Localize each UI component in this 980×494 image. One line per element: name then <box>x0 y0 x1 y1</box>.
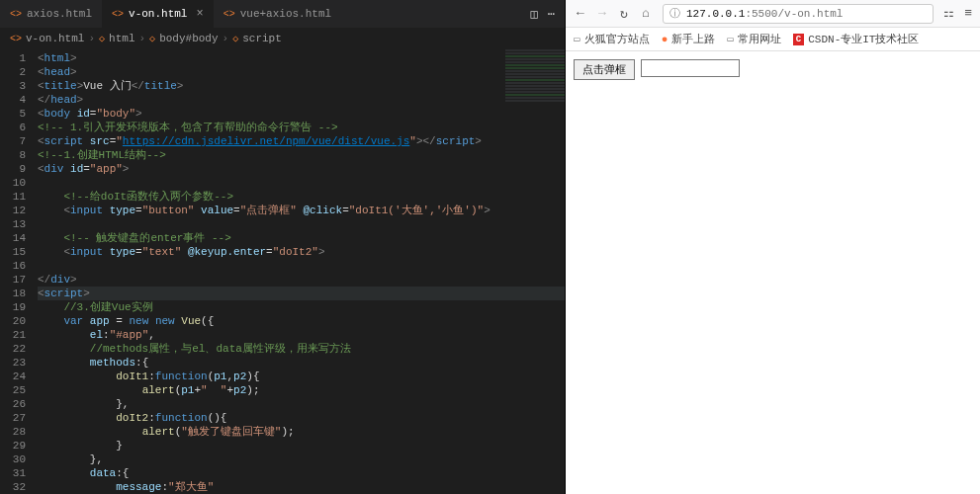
code-line[interactable]: <html> <box>38 51 565 65</box>
tab-bar: <>axios.html<>v-on.html×<>vue+axios.html… <box>0 0 565 28</box>
line-number: 6 <box>0 121 26 134</box>
html-file-icon: <> <box>10 9 22 20</box>
browser-pane: ← → ↻ ⌂ ⓘ 127.0.0.1:5500/v-on.html ⚏ ≡ ▭… <box>565 0 980 494</box>
code-line[interactable]: <body id="body"> <box>38 107 565 121</box>
line-number: 19 <box>0 300 26 314</box>
line-number: 29 <box>0 439 26 453</box>
csdn-icon: C <box>793 34 804 45</box>
bookmark-item[interactable]: ▭ 火狐官方站点 <box>574 32 650 46</box>
split-editor-icon[interactable]: ◫ <box>531 7 538 22</box>
line-number: 3 <box>0 79 26 93</box>
back-button[interactable]: ← <box>574 6 587 22</box>
chevron-right-icon: › <box>223 33 229 44</box>
code-line[interactable]: <!--给doIt函数传入两个参数--> <box>38 190 565 204</box>
editor-pane: <>axios.html<>v-on.html×<>vue+axios.html… <box>0 0 565 494</box>
code-line[interactable]: message:"郑大鱼" <box>38 480 565 494</box>
code-line[interactable]: doIt1:function(p1,p2){ <box>38 370 565 383</box>
editor-body[interactable]: 1234567891011121314151617181920212223242… <box>0 49 565 494</box>
extension-icon[interactable]: ⚏ <box>943 6 954 21</box>
chevron-right-icon: › <box>138 33 145 44</box>
code-line[interactable]: }, <box>38 453 565 466</box>
bookmark-item[interactable]: ● 新手上路 <box>662 32 716 46</box>
code-line[interactable]: <input type="text" @keyup.enter="doIt2"> <box>38 245 565 259</box>
code-line[interactable]: <script src="https://cdn.jsdelivr.net/np… <box>38 134 565 148</box>
breadcrumb-item[interactable]: body#body <box>159 33 218 44</box>
code-line[interactable]: <div id="app"> <box>38 162 565 176</box>
bookmark-item[interactable]: ▭ 常用网址 <box>727 32 781 46</box>
code-line[interactable]: }, <box>38 397 565 411</box>
line-number: 14 <box>0 231 26 245</box>
line-number: 22 <box>0 342 26 356</box>
code-area[interactable]: <html><head><title>Vue 入门</title></head>… <box>38 49 565 494</box>
code-line[interactable]: data:{ <box>38 466 565 480</box>
close-icon[interactable]: × <box>196 7 203 21</box>
nav-buttons: ← → ↻ ⌂ <box>574 6 653 22</box>
browser-toolbar: ← → ↻ ⌂ ⓘ 127.0.0.1:5500/v-on.html ⚏ ≡ <box>566 0 980 28</box>
code-line[interactable]: <input type="button" value="点击弹框" @click… <box>38 204 565 217</box>
breadcrumb-item[interactable]: v-on.html <box>26 33 84 44</box>
code-line[interactable]: alert("触发了键盘回车键"); <box>38 425 565 439</box>
line-number: 7 <box>0 134 26 148</box>
code-line[interactable]: <!--1.创建HTML结构--> <box>38 148 565 162</box>
tab-label: axios.html <box>27 8 92 20</box>
code-line[interactable] <box>38 259 565 273</box>
line-number: 9 <box>0 162 26 176</box>
code-line[interactable]: methods:{ <box>38 356 565 370</box>
code-line[interactable]: <head> <box>38 65 565 79</box>
tag-icon: ◇ <box>149 33 155 44</box>
line-numbers: 1234567891011121314151617181920212223242… <box>0 49 38 494</box>
line-number: 24 <box>0 370 26 383</box>
page-content: 点击弹框 <box>566 51 980 494</box>
breadcrumb[interactable]: <> v-on.html › ◇ html › ◇ body#body › ◇ … <box>0 28 565 49</box>
code-line[interactable] <box>38 217 565 231</box>
line-number: 4 <box>0 93 26 107</box>
code-line[interactable]: } <box>38 439 565 453</box>
line-number: 1 <box>0 51 26 65</box>
bookmark-label: CSDN-专业IT技术社区 <box>808 32 919 46</box>
code-line[interactable] <box>38 176 565 190</box>
home-button[interactable]: ⌂ <box>639 6 653 22</box>
code-line[interactable]: <script> <box>38 287 565 300</box>
url-bar[interactable]: ⓘ 127.0.0.1:5500/v-on.html <box>663 4 934 24</box>
line-number: 23 <box>0 356 26 370</box>
editor-tab[interactable]: <>axios.html <box>0 0 102 28</box>
line-number: 13 <box>0 217 26 231</box>
html-file-icon: <> <box>112 9 124 20</box>
text-input[interactable] <box>641 59 740 77</box>
minimap[interactable] <box>505 49 565 168</box>
editor-tab[interactable]: <>vue+axios.html <box>214 0 341 28</box>
chevron-right-icon: › <box>88 33 95 44</box>
code-line[interactable]: <!-- 触发键盘的enter事件 --> <box>38 231 565 245</box>
tag-icon: ◇ <box>232 33 238 44</box>
code-line[interactable]: alert(p1+" "+p2); <box>38 383 565 397</box>
bookmark-label: 火狐官方站点 <box>584 32 650 46</box>
editor-tab[interactable]: <>v-on.html× <box>102 0 214 28</box>
code-line[interactable]: //3.创建Vue实例 <box>38 300 565 314</box>
tab-label: vue+axios.html <box>240 8 331 20</box>
line-number: 20 <box>0 314 26 328</box>
menu-icon[interactable]: ≡ <box>964 6 972 21</box>
line-number: 12 <box>0 204 26 217</box>
code-line[interactable]: //methods属性，与el、data属性评级，用来写方法 <box>38 342 565 356</box>
more-actions-icon[interactable]: ⋯ <box>548 7 555 22</box>
line-number: 26 <box>0 397 26 411</box>
bookmark-item[interactable]: C CSDN-专业IT技术社区 <box>793 32 920 46</box>
reload-button[interactable]: ↻ <box>617 6 631 22</box>
code-line[interactable]: <title>Vue 入门</title> <box>38 79 565 93</box>
code-line[interactable]: </head> <box>38 93 565 107</box>
html-file-icon: <> <box>223 9 235 20</box>
code-line[interactable]: <!-- 1.引入开发环境版本，包含了有帮助的命令行警告 --> <box>38 121 565 134</box>
code-line[interactable]: </div> <box>38 273 565 287</box>
code-line[interactable]: doIt2:function(){ <box>38 411 565 425</box>
bookmark-label: 新手上路 <box>671 32 715 46</box>
breadcrumb-item[interactable]: html <box>109 33 134 44</box>
forward-button[interactable]: → <box>595 6 609 22</box>
code-line[interactable]: var app = new new Vue({ <box>38 314 565 328</box>
line-number: 32 <box>0 480 26 494</box>
breadcrumb-item[interactable]: script <box>242 33 282 44</box>
line-number: 17 <box>0 273 26 287</box>
info-icon[interactable]: ⓘ <box>669 6 680 21</box>
line-number: 27 <box>0 411 26 425</box>
click-popup-button[interactable]: 点击弹框 <box>574 59 635 80</box>
code-line[interactable]: el:"#app", <box>38 328 565 342</box>
